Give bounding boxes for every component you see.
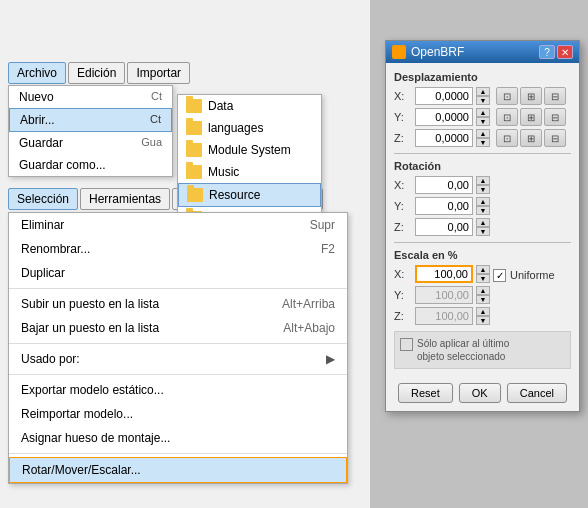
- usado-por-item[interactable]: Usado por: ▶: [9, 347, 347, 371]
- rot-x-label: X:: [394, 179, 412, 191]
- rot-y-up[interactable]: ▲: [476, 197, 490, 206]
- scale-z-label: Z:: [394, 310, 412, 322]
- desp-y-btn3[interactable]: ⊟: [544, 108, 566, 126]
- sub-music-label: Music: [208, 165, 239, 179]
- scale-z-down[interactable]: ▼: [476, 316, 490, 325]
- scale-x-down[interactable]: ▼: [476, 274, 490, 283]
- scale-y-up[interactable]: ▲: [476, 286, 490, 295]
- rot-y-down[interactable]: ▼: [476, 206, 490, 215]
- reimportar-label: Reimportar modelo...: [21, 407, 133, 421]
- divider-rot-scale: [394, 242, 571, 243]
- sub-module-system[interactable]: Module System: [178, 139, 321, 161]
- desp-z-btn2[interactable]: ⊞: [520, 129, 542, 147]
- desp-y-input[interactable]: [415, 108, 473, 126]
- desp-x-row: X: ▲ ▼ ⊡ ⊞ ⊟: [394, 87, 571, 105]
- nuevo-item[interactable]: Nuevo Ct: [9, 86, 172, 108]
- bajar-item[interactable]: Bajar un puesto en la lista Alt+Abajo: [9, 316, 347, 340]
- desp-x-btn1[interactable]: ⊡: [496, 87, 518, 105]
- divider-3: [9, 374, 347, 375]
- importar-menu-btn[interactable]: Importar: [127, 62, 190, 84]
- openbrf-panel: OpenBRF ? ✕ Desplazamiento X: ▲ ▼ ⊡ ⊞ ⊟ …: [385, 40, 580, 412]
- guardar-item[interactable]: Guardar Gua: [9, 132, 172, 154]
- sub-languages[interactable]: languages: [178, 117, 321, 139]
- folder-icon-resource: [187, 188, 203, 202]
- edicion-menu-btn[interactable]: Edición: [68, 62, 125, 84]
- abrir-item[interactable]: Abrir... Ct: [9, 108, 172, 132]
- folder-icon-languages: [186, 121, 202, 135]
- rot-x-input[interactable]: [415, 176, 473, 194]
- desp-y-down[interactable]: ▼: [476, 117, 490, 126]
- rotar-item[interactable]: Rotar/Mover/Escalar...: [9, 457, 347, 483]
- usado-por-arrow: ▶: [326, 352, 335, 366]
- desp-z-btn1[interactable]: ⊡: [496, 129, 518, 147]
- desp-z-up[interactable]: ▲: [476, 129, 490, 138]
- close-btn[interactable]: ✕: [557, 45, 573, 59]
- herramientas-btn[interactable]: Herramientas: [80, 188, 170, 210]
- openbrf-content: Desplazamiento X: ▲ ▼ ⊡ ⊞ ⊟ Y: ▲ ▼ ⊡: [386, 63, 579, 377]
- rot-y-spin: ▲ ▼: [476, 197, 490, 215]
- apply-section: Sólo aplicar al último objeto selecciona…: [394, 331, 571, 369]
- desp-z-input[interactable]: [415, 129, 473, 147]
- desp-x-input[interactable]: [415, 87, 473, 105]
- guardar-shortcut: Gua: [141, 136, 162, 150]
- seleccion-btn[interactable]: Selección: [8, 188, 78, 210]
- scale-z-input[interactable]: [415, 307, 473, 325]
- rot-x-down[interactable]: ▼: [476, 185, 490, 194]
- duplicar-item[interactable]: Duplicar: [9, 261, 347, 285]
- archivo-menu-btn[interactable]: Archivo: [8, 62, 66, 84]
- folder-icon-music: [186, 165, 202, 179]
- desp-y-btn1[interactable]: ⊡: [496, 108, 518, 126]
- bottom-buttons: Reset OK Cancel: [386, 377, 579, 411]
- eliminar-label: Eliminar: [21, 218, 64, 232]
- sub-resource-label: Resource: [209, 188, 260, 202]
- guardar-como-item[interactable]: Guardar como...: [9, 154, 172, 176]
- uniforme-label: Uniforme: [510, 269, 555, 281]
- desp-z-label: Z:: [394, 132, 412, 144]
- subir-label: Subir un puesto en la lista: [21, 297, 159, 311]
- cancel-button[interactable]: Cancel: [507, 383, 567, 403]
- divider-desp-rot: [394, 153, 571, 154]
- openbrf-icon: [392, 45, 406, 59]
- rot-z-up[interactable]: ▲: [476, 218, 490, 227]
- eliminar-shortcut: Supr: [310, 218, 335, 232]
- desp-x-down[interactable]: ▼: [476, 96, 490, 105]
- rot-z-down[interactable]: ▼: [476, 227, 490, 236]
- exportar-label: Exportar modelo estático...: [21, 383, 164, 397]
- desp-x-up[interactable]: ▲: [476, 87, 490, 96]
- desp-x-btn2[interactable]: ⊞: [520, 87, 542, 105]
- help-btn[interactable]: ?: [539, 45, 555, 59]
- rot-y-input[interactable]: [415, 197, 473, 215]
- desp-y-btn2[interactable]: ⊞: [520, 108, 542, 126]
- ok-button[interactable]: OK: [459, 383, 501, 403]
- rotar-label: Rotar/Mover/Escalar...: [22, 463, 141, 477]
- sub-data[interactable]: Data: [178, 95, 321, 117]
- scale-x-input[interactable]: [415, 265, 473, 283]
- escala-label: Escala en %: [394, 249, 571, 261]
- titlebar-controls: ? ✕: [539, 45, 573, 59]
- desp-z-btn3[interactable]: ⊟: [544, 129, 566, 147]
- desp-y-up[interactable]: ▲: [476, 108, 490, 117]
- reset-button[interactable]: Reset: [398, 383, 453, 403]
- desp-x-btn3[interactable]: ⊟: [544, 87, 566, 105]
- apply-checkbox[interactable]: [400, 338, 413, 351]
- openbrf-title: OpenBRF: [411, 45, 464, 59]
- sub-resource[interactable]: Resource: [178, 183, 321, 207]
- rot-z-input[interactable]: [415, 218, 473, 236]
- sub-music[interactable]: Music: [178, 161, 321, 183]
- scale-z-up[interactable]: ▲: [476, 307, 490, 316]
- duplicar-label: Duplicar: [21, 266, 65, 280]
- subir-shortcut: Alt+Arriba: [282, 297, 335, 311]
- renombrar-item[interactable]: Renombrar... F2: [9, 237, 347, 261]
- rot-x-up[interactable]: ▲: [476, 176, 490, 185]
- scale-y-input[interactable]: [415, 286, 473, 304]
- subir-item[interactable]: Subir un puesto en la lista Alt+Arriba: [9, 292, 347, 316]
- scale-x-up[interactable]: ▲: [476, 265, 490, 274]
- reimportar-item[interactable]: Reimportar modelo...: [9, 402, 347, 426]
- desp-z-down[interactable]: ▼: [476, 138, 490, 147]
- eliminar-item[interactable]: Eliminar Supr: [9, 213, 347, 237]
- scale-y-down[interactable]: ▼: [476, 295, 490, 304]
- uniforme-checkbox[interactable]: ✓: [493, 269, 506, 282]
- abrir-shortcut: Ct: [150, 113, 161, 127]
- asignar-item[interactable]: Asignar hueso de montaje...: [9, 426, 347, 450]
- exportar-item[interactable]: Exportar modelo estático...: [9, 378, 347, 402]
